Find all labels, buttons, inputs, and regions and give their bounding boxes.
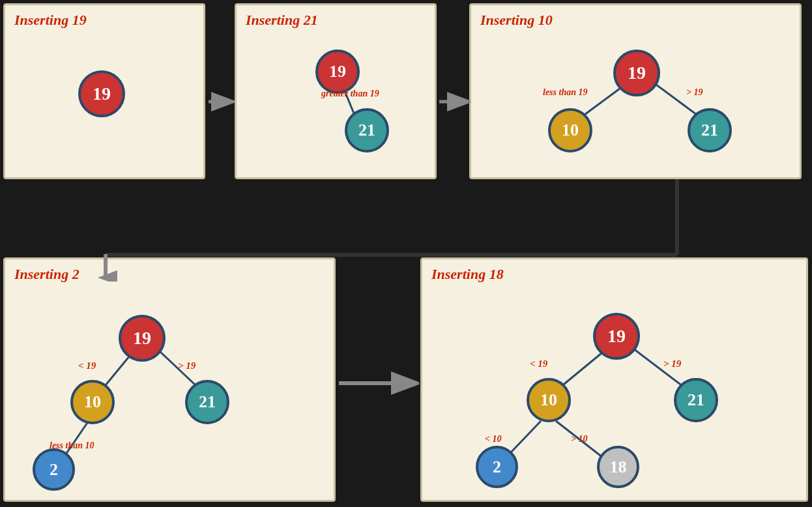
node-10-p3: 10	[548, 108, 592, 152]
label-lt-10-p5: < 10	[485, 434, 501, 444]
node-21-p3: 21	[688, 108, 732, 152]
connector-horizontal	[106, 253, 678, 257]
panel-1-title: Inserting 19	[5, 5, 203, 33]
label-less-than-19-p3: less than 19	[543, 87, 587, 98]
label-gt-19-p5: > 19	[663, 358, 681, 369]
label-lt-19-p5: < 19	[530, 358, 547, 369]
canvas: Inserting 19 19 Inserting 21 19 21 great…	[0, 0, 812, 507]
panel-inserting-2: Inserting 2 19 10 21 2 < 19 > 19 less th…	[3, 257, 336, 502]
label-less-than-10-p4: less than 10	[50, 441, 94, 451]
node-18-p5: 18	[597, 446, 639, 488]
node-21-p5: 21	[674, 378, 718, 422]
panel-inserting-18: Inserting 18 19 10 21 2 18 < 19 > 19 < 1…	[420, 257, 808, 502]
node-21-p2: 21	[345, 108, 389, 152]
node-19-p1: 19	[78, 70, 125, 117]
node-2-p4: 2	[33, 448, 75, 491]
panel-inserting-19: Inserting 19 19	[3, 3, 205, 179]
label-gt-19-p4: > 19	[178, 360, 196, 371]
panel-2-title: Inserting 21	[237, 5, 435, 33]
arrow-p1-p2	[207, 90, 235, 116]
node-19-p3: 19	[613, 50, 660, 96]
label-gt-19-p3: > 19	[686, 87, 703, 98]
panel-4-title: Inserting 2	[5, 259, 334, 287]
node-19-p4: 19	[119, 315, 166, 362]
node-19-p2: 19	[315, 50, 360, 94]
panel-5-title: Inserting 18	[422, 259, 806, 287]
label-gt-10-p5: > 10	[571, 434, 587, 444]
node-2-p5: 2	[476, 446, 518, 488]
panel-inserting-10: Inserting 10 19 10 21 less than 19 > 19	[469, 3, 802, 179]
arrow-p2-p3	[438, 90, 471, 116]
connector-vertical	[675, 179, 679, 254]
panel-3-title: Inserting 10	[471, 5, 800, 33]
arrow-p4-p5	[338, 371, 419, 398]
node-21-p4: 21	[185, 380, 229, 424]
node-10-p4: 10	[70, 380, 115, 424]
node-10-p5: 10	[527, 378, 571, 422]
label-lt-19-p4: < 19	[78, 360, 96, 371]
node-19-p5: 19	[593, 313, 640, 360]
panel-inserting-21: Inserting 21 19 21 greater than 19	[235, 3, 437, 179]
label-greater-than-19-p2: greater than 19	[321, 89, 379, 99]
